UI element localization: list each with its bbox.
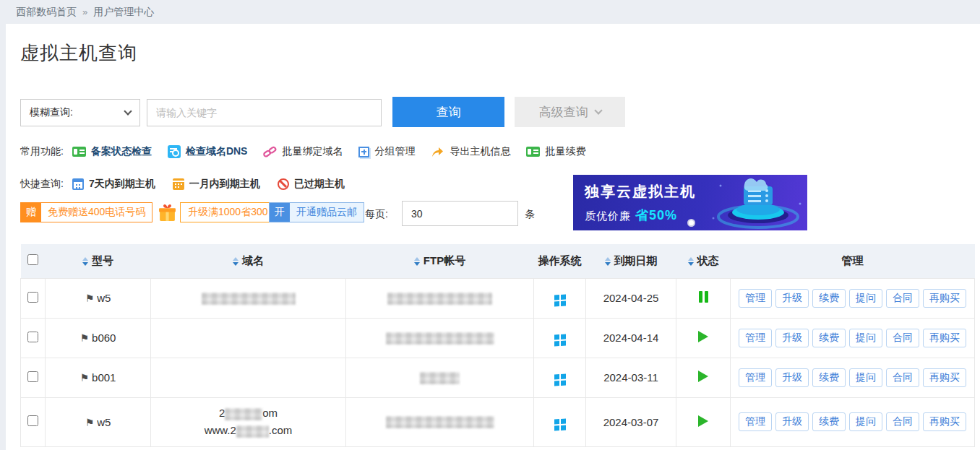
row-checkbox[interactable]	[27, 371, 38, 382]
host-domains: 2om www.2.com	[151, 404, 345, 439]
carousel-dot[interactable]	[687, 219, 695, 227]
promo-badge: 赠	[21, 203, 41, 222]
ask-button[interactable]: 提问	[849, 368, 882, 387]
record-status-icon	[72, 147, 86, 157]
breadcrumb-home-link[interactable]: 西部数码首页	[16, 6, 77, 19]
promo-free-400-number[interactable]: 赠 免费赠送400电话号码	[20, 202, 152, 222]
page-title: 虚拟主机查询	[20, 40, 137, 66]
renew-button[interactable]: 续费	[812, 368, 846, 387]
page-size-unit: 条	[525, 208, 535, 221]
censored-ftp-account	[387, 293, 492, 305]
renew-button[interactable]: 续费	[812, 329, 846, 347]
windows-icon	[554, 334, 566, 347]
sort-status[interactable]	[688, 257, 694, 266]
ask-button[interactable]: 提问	[849, 412, 882, 431]
function-batch-bind-domain[interactable]: 批量绑定域名	[263, 145, 343, 158]
upgrade-button[interactable]: 升级	[775, 368, 809, 387]
renew-button[interactable]: 续费	[812, 412, 846, 431]
breadcrumb: 西部数码首页 » 用户管理中心	[0, 0, 980, 24]
rebuy-button[interactable]: 再购买	[923, 368, 966, 387]
quick-expired[interactable]: 已过期主机	[278, 178, 345, 191]
renew-button[interactable]: 续费	[812, 289, 846, 308]
upgrade-button[interactable]: 升级	[775, 412, 809, 431]
column-header-status: 状态	[697, 254, 719, 267]
function-label: 批量绑定域名	[282, 145, 343, 158]
column-header-model: 型号	[92, 254, 113, 267]
page-left-gutter	[0, 24, 6, 450]
chain-link-icon	[263, 145, 277, 158]
contract-button[interactable]: 合同	[886, 368, 919, 387]
censored-domain	[225, 408, 262, 420]
upgrade-button[interactable]: 升级	[775, 289, 809, 308]
rebuy-button[interactable]: 再购买	[923, 412, 966, 431]
promo-upgrade-discount[interactable]: 升级满1000省300	[158, 202, 276, 222]
function-group-manage[interactable]: 分组管理	[358, 145, 415, 158]
quick-queries-label: 快捷查询:	[20, 178, 64, 191]
promo-cloud-mail[interactable]: 开 开通赠品云邮	[269, 202, 364, 222]
promo-badge: 开	[270, 203, 290, 222]
top-breadcrumb-bar: 西部数码首页 » 用户管理中心	[0, 0, 980, 24]
function-label: 批量续费	[545, 145, 585, 158]
function-label: 检查域名DNS	[186, 145, 248, 158]
status-running-icon	[698, 331, 708, 342]
chevron-down-icon	[124, 107, 132, 115]
sort-domain[interactable]	[233, 257, 238, 266]
calendar-blue-icon	[72, 178, 84, 190]
sort-expire[interactable]	[605, 257, 611, 266]
function-record-status-check[interactable]: 备案状态检查	[72, 145, 152, 158]
function-check-domain-dns[interactable]: 检查域名DNS	[168, 145, 248, 158]
gift-icon	[158, 203, 177, 222]
function-export-host-info[interactable]: 导出主机信息	[431, 145, 510, 158]
windows-icon	[554, 374, 566, 386]
censored-ftp-account	[420, 372, 460, 384]
query-button[interactable]: 查询	[392, 97, 504, 127]
manage-button[interactable]: 管理	[739, 368, 772, 387]
status-running-icon	[698, 415, 708, 427]
ask-button[interactable]: 提问	[849, 289, 882, 308]
sort-model[interactable]	[82, 257, 88, 266]
column-header-domain: 域名	[242, 254, 264, 267]
manage-button[interactable]: 管理	[739, 289, 772, 308]
contract-button[interactable]: 合同	[886, 329, 919, 347]
dns-check-icon	[168, 145, 181, 158]
contract-button[interactable]: 合同	[886, 412, 919, 431]
promo-label: 升级满1000省300	[180, 202, 276, 222]
quick-expire-month[interactable]: 一月内到期主机	[173, 178, 260, 191]
contract-button[interactable]: 合同	[886, 289, 919, 308]
fuzzy-query-select[interactable]: 模糊查询:	[20, 99, 140, 126]
fuzzy-query-selected-value: 模糊查询:	[30, 106, 73, 119]
quick-query-label: 一月内到期主机	[189, 178, 260, 191]
upgrade-button[interactable]: 升级	[775, 329, 809, 347]
table-header-row: 型号 域名 FTP帐号 操作系统 到期日期 状态 管理	[21, 244, 975, 278]
row-checkbox[interactable]	[27, 292, 38, 303]
sort-ftp[interactable]	[414, 257, 420, 266]
censored-ftp-account	[386, 416, 494, 428]
rebuy-button[interactable]: 再购买	[923, 289, 966, 308]
row-checkbox[interactable]	[27, 415, 38, 426]
advanced-query-button[interactable]: 高级查询	[515, 97, 625, 127]
function-label: 备案状态检查	[91, 145, 152, 158]
rebuy-button[interactable]: 再购买	[923, 329, 966, 347]
common-functions-label: 常用功能:	[20, 145, 64, 158]
promo-banner[interactable]: 独享云虚拟主机 质优价廉省50%	[573, 175, 807, 230]
table-row: ⚑b060 2024-04-14 管理升级续费提问合同再购买	[21, 318, 975, 358]
column-header-expire: 到期日期	[614, 254, 658, 267]
row-checkbox[interactable]	[27, 332, 38, 342]
quick-expire-7days[interactable]: 7天内到期主机	[72, 178, 155, 191]
manage-button[interactable]: 管理	[739, 329, 772, 347]
host-model: w5	[97, 416, 111, 428]
page-size-input[interactable]	[402, 201, 518, 226]
breadcrumb-separator: »	[82, 7, 87, 17]
flag-icon: ⚑	[85, 417, 95, 428]
expire-date: 2024-03-11	[603, 371, 658, 384]
manage-button[interactable]: 管理	[739, 412, 772, 431]
domain-fragment: 2	[219, 407, 225, 419]
keyword-input[interactable]	[147, 99, 382, 126]
ask-button[interactable]: 提问	[849, 329, 882, 347]
select-all-checkbox[interactable]	[27, 254, 38, 265]
flag-icon: ⚑	[80, 332, 90, 344]
quick-queries-row: 快捷查询: 7天内到期主机 一月内到期主机 已过期主机	[20, 178, 362, 191]
breadcrumb-current[interactable]: 用户管理中心	[93, 6, 154, 19]
function-batch-renew[interactable]: 批量续费	[526, 145, 585, 158]
banner-subtitle-text: 质优价廉	[585, 209, 631, 222]
